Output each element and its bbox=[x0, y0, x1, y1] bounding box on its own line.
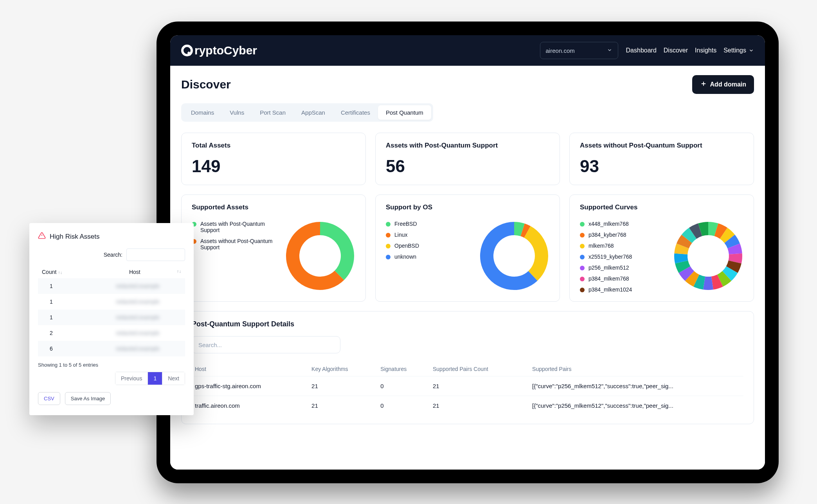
brand-text: ryptoCyber bbox=[194, 44, 257, 57]
details-col[interactable]: Supported Pairs bbox=[529, 362, 743, 376]
tab-bar: DomainsVulnsPort ScanAppScanCertificates… bbox=[181, 103, 433, 122]
cell-host: traffic.aireon.com bbox=[192, 396, 308, 416]
tab-vulns[interactable]: Vulns bbox=[222, 105, 252, 120]
legend-label: unknown bbox=[394, 254, 416, 260]
legend-label: Linux bbox=[394, 232, 407, 238]
tab-certificates[interactable]: Certificates bbox=[333, 105, 378, 120]
legend-item: OpenBSD bbox=[386, 243, 471, 249]
add-domain-button[interactable]: Add domain bbox=[692, 75, 754, 94]
logo-q-icon bbox=[181, 45, 193, 56]
col-count[interactable]: Count↑↓ bbox=[38, 266, 90, 278]
nav-discover[interactable]: Discover bbox=[664, 47, 688, 54]
cell-key_algorithms: 21 bbox=[308, 376, 377, 396]
legend-dot-icon bbox=[580, 233, 585, 238]
legend-item: unknown bbox=[386, 254, 471, 260]
alert-triangle-icon bbox=[38, 232, 46, 241]
cell-count: 1 bbox=[38, 294, 90, 310]
legend-label: x448_mlkem768 bbox=[588, 221, 629, 227]
stat-value: 149 bbox=[192, 157, 355, 176]
legend-dot-icon bbox=[386, 222, 391, 227]
domain-select[interactable]: aireon.com bbox=[540, 42, 618, 59]
legend-label: p384_mlkem768 bbox=[588, 275, 629, 282]
page-content: Discover Add domain DomainsVulnsPort Sca… bbox=[170, 66, 765, 470]
cell-host: redacted.example bbox=[90, 325, 185, 341]
tab-appscan[interactable]: AppScan bbox=[293, 105, 333, 120]
table-row[interactable]: gps-traffic-stg.aireon.com21021[{"curve"… bbox=[192, 376, 743, 396]
legend-dot-icon bbox=[580, 266, 585, 270]
page-1-button[interactable]: 1 bbox=[148, 372, 162, 385]
legend-dot-icon bbox=[386, 244, 391, 248]
legend-label: FreeBSD bbox=[394, 221, 417, 227]
nav-dashboard[interactable]: Dashboard bbox=[626, 47, 657, 54]
details-card: Post-Quantum Support Details HostKey Alg… bbox=[181, 311, 754, 424]
legend-label: Assets without Post-Quantum Support bbox=[200, 238, 277, 250]
cell-signatures: 0 bbox=[377, 396, 430, 416]
legend-dot-icon bbox=[580, 255, 585, 259]
legend-item: p256_mlkem512 bbox=[580, 265, 665, 271]
high-risk-search-label: Search: bbox=[104, 252, 122, 258]
nav-settings[interactable]: Settings bbox=[723, 47, 754, 54]
tab-post-quantum[interactable]: Post Quantum bbox=[378, 105, 431, 120]
legend-label: p384_kyber768 bbox=[588, 232, 626, 238]
legend-item: x448_mlkem768 bbox=[580, 221, 665, 227]
details-col[interactable]: Signatures bbox=[377, 362, 430, 376]
cell-supported_pairs: [{"curve":"p256_mlkem512","success":true… bbox=[529, 396, 743, 416]
chart-legend: FreeBSDLinuxOpenBSDunknown bbox=[386, 221, 471, 260]
cell-count: 2 bbox=[38, 325, 90, 341]
add-domain-label: Add domain bbox=[710, 81, 746, 88]
tab-port-scan[interactable]: Port Scan bbox=[252, 105, 293, 120]
csv-button[interactable]: CSV bbox=[38, 392, 60, 405]
table-row[interactable]: traffic.aireon.com21021[{"curve":"p256_m… bbox=[192, 396, 743, 416]
list-item[interactable]: 2redacted.example bbox=[38, 325, 185, 341]
legend-label: OpenBSD bbox=[394, 243, 419, 249]
tab-domains[interactable]: Domains bbox=[183, 105, 222, 120]
stats-row: Total Assets149Assets with Post-Quantum … bbox=[181, 133, 754, 185]
high-risk-search-input[interactable] bbox=[126, 248, 185, 261]
charts-row: Supported AssetsAssets with Post-Quantum… bbox=[181, 194, 754, 302]
cell-supported_pairs_count: 21 bbox=[430, 376, 529, 396]
chart-card: Supported Curvesx448_mlkem768p384_kyber7… bbox=[569, 194, 754, 302]
legend-dot-icon bbox=[580, 244, 585, 248]
stat-card: Assets with Post-Quantum Support56 bbox=[375, 133, 560, 185]
list-item[interactable]: 1redacted.example bbox=[38, 278, 185, 294]
nav-links: Dashboard Discover Insights Settings bbox=[626, 47, 754, 54]
legend-item: x25519_kyber768 bbox=[580, 254, 665, 260]
stat-card: Assets without Post-Quantum Support93 bbox=[569, 133, 754, 185]
legend-item: p384_kyber768 bbox=[580, 232, 665, 238]
save-image-button[interactable]: Save As Image bbox=[65, 392, 111, 405]
cell-key_algorithms: 21 bbox=[308, 396, 377, 416]
list-item[interactable]: 1redacted.example bbox=[38, 310, 185, 325]
details-table: HostKey AlgorithmsSignaturesSupported Pa… bbox=[192, 362, 743, 415]
details-col[interactable]: Host bbox=[192, 362, 308, 376]
prev-button[interactable]: Previous bbox=[115, 372, 148, 385]
stat-label: Assets without Post-Quantum Support bbox=[580, 142, 743, 149]
tablet-frame: ryptoCyber aireon.com Dashboard Discover… bbox=[157, 22, 779, 483]
next-button[interactable]: Next bbox=[162, 372, 185, 385]
legend-dot-icon bbox=[580, 288, 585, 292]
col-host[interactable]: Host↑↓ bbox=[90, 266, 185, 278]
cell-supported_pairs_count: 21 bbox=[430, 396, 529, 416]
stat-label: Assets with Post-Quantum Support bbox=[386, 142, 549, 149]
high-risk-search-row: Search: bbox=[38, 248, 185, 261]
legend-dot-icon bbox=[580, 222, 585, 227]
details-search-input[interactable] bbox=[192, 336, 340, 353]
donut-chart bbox=[479, 221, 549, 291]
nav-insights[interactable]: Insights bbox=[695, 47, 716, 54]
legend-label: x25519_kyber768 bbox=[588, 254, 632, 260]
details-col[interactable]: Supported Pairs Count bbox=[430, 362, 529, 376]
legend-item: p384_mlkem1024 bbox=[580, 286, 665, 293]
legend-label: p256_mlkem512 bbox=[588, 265, 629, 271]
high-risk-actions: CSV Save As Image bbox=[38, 385, 185, 405]
brand-logo[interactable]: ryptoCyber bbox=[181, 44, 257, 57]
stat-value: 93 bbox=[580, 157, 743, 176]
cell-host: redacted.example bbox=[90, 310, 185, 325]
high-risk-title: High Risk Assets bbox=[50, 233, 100, 241]
cell-count: 6 bbox=[38, 341, 90, 356]
page-title: Discover bbox=[181, 78, 231, 91]
list-item[interactable]: 1redacted.example bbox=[38, 294, 185, 310]
app-header: ryptoCyber aireon.com Dashboard Discover… bbox=[170, 35, 765, 66]
list-item[interactable]: 6redacted.example bbox=[38, 341, 185, 356]
legend-item: Assets with Post-Quantum Support bbox=[192, 221, 277, 233]
details-col[interactable]: Key Algorithms bbox=[308, 362, 377, 376]
high-risk-assets-card: High Risk Assets Search: Count↑↓ Host↑↓ … bbox=[29, 223, 194, 415]
